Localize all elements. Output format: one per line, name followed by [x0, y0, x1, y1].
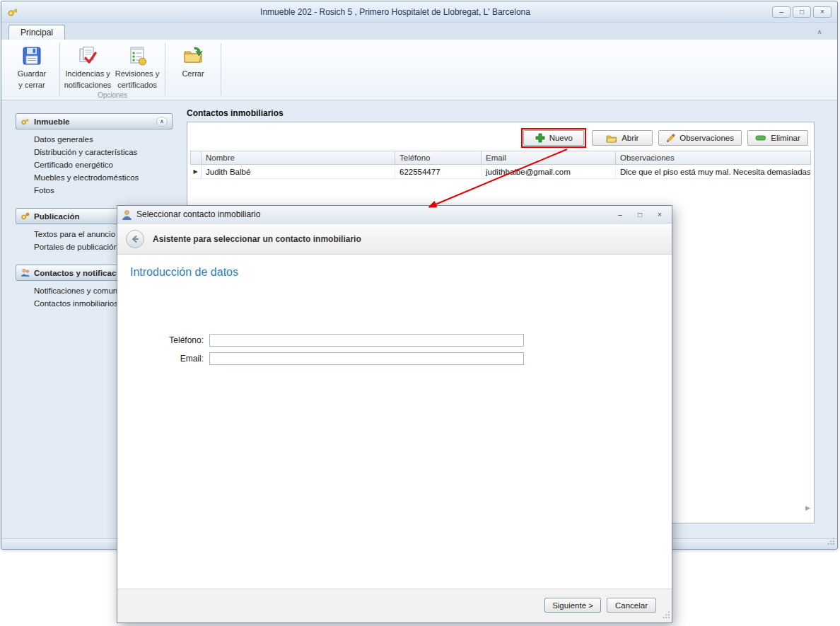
page-title: Contactos inmobiliarios	[187, 108, 284, 118]
sidebar-section-title: Inmueble	[34, 117, 152, 126]
sidebar-item-muebles[interactable]: Muebles y electrodomésticos	[34, 173, 173, 182]
wizard-step-heading: Introducción de datos	[130, 266, 238, 279]
contacts-icon	[21, 268, 30, 277]
annotation-highlight-nuevo: Nuevo	[521, 128, 586, 148]
cell-telefono: 622554477	[395, 165, 482, 179]
wizard-header: Asistente para seleccionar un contacto i…	[117, 224, 672, 255]
save-icon	[21, 45, 43, 67]
dialog-resize-grip-icon[interactable]	[662, 610, 670, 621]
close-folder-icon	[182, 45, 204, 67]
form-row-email: Email:	[117, 352, 524, 365]
incidents-label-2: notificaciones	[64, 81, 112, 90]
close-window-button[interactable]: Cerrar	[168, 42, 218, 82]
dialog-title: Seleccionar contacto inmobiliario	[136, 209, 608, 219]
wizard-header-text: Asistente para seleccionar un contacto i…	[153, 234, 361, 244]
keys-icon	[21, 211, 30, 221]
key-icon	[21, 117, 30, 126]
ribbon-group-save: Guardar y cerrar	[7, 42, 57, 98]
telefono-label: Teléfono:	[117, 335, 209, 345]
window-controls: – □ ×	[772, 6, 832, 18]
sidebar-items-inmueble: Datos generales Distribución y caracterí…	[16, 129, 173, 205]
minimize-button[interactable]: –	[772, 6, 791, 18]
close-button[interactable]: ×	[813, 6, 832, 18]
table-header-indicator	[190, 151, 202, 165]
save-close-label-2: y cerrar	[18, 81, 45, 90]
delete-button-label: Eliminar	[771, 134, 800, 142]
sidebar-item-datos-generales[interactable]: Datos generales	[34, 135, 173, 144]
ribbon: Guardar y cerrar Incidencias y	[1, 40, 837, 100]
ribbon-separator	[221, 43, 221, 95]
ribbon-group-opciones: Incidencias y notificaciones Revisiones …	[63, 42, 162, 98]
contacts-table: Nombre Teléfono Email Observaciones ▶ Ju…	[190, 151, 811, 179]
resize-grip-icon[interactable]	[827, 537, 835, 547]
minus-icon	[755, 134, 766, 141]
email-input[interactable]	[209, 352, 524, 365]
new-contact-button[interactable]: Nuevo	[523, 130, 584, 146]
key-icon	[7, 6, 18, 18]
pencil-icon	[666, 134, 675, 143]
open-button-label: Abrir	[622, 134, 638, 142]
next-button[interactable]: Siguiente >	[544, 598, 601, 613]
save-close-button[interactable]: Guardar y cerrar	[7, 42, 57, 91]
ribbon-separator	[165, 43, 165, 95]
ribbon-group-close: Cerrar	[168, 42, 218, 98]
wizard-dialog: Seleccionar contacto inmobiliario – □ × …	[117, 205, 672, 623]
wizard-footer: Siguiente > Cancelar	[117, 589, 672, 622]
dialog-close-button[interactable]: ×	[652, 209, 667, 220]
sidebar-item-fotos[interactable]: Fotos	[34, 186, 173, 195]
incidents-notifications-button[interactable]: Incidencias y notificaciones	[63, 42, 112, 91]
revisions-certificates-button[interactable]: Revisiones y certificados	[112, 42, 162, 91]
incidents-label-1: Incidencias y	[65, 69, 110, 79]
cancel-button[interactable]: Cancelar	[607, 598, 656, 613]
ribbon-group-label-opciones: Opciones	[63, 91, 162, 100]
tab-principal[interactable]: Principal	[8, 25, 65, 40]
cell-nombre: Judith Balbé	[202, 165, 395, 179]
contacts-toolbar: Nuevo Abrir Observaciones	[521, 128, 808, 148]
ribbon-tabrow: Principal ∧	[1, 23, 837, 40]
table-header-observaciones[interactable]: Observaciones	[616, 151, 811, 165]
delete-contact-button[interactable]: Eliminar	[747, 130, 808, 146]
back-button[interactable]	[126, 230, 144, 248]
table-header-row: Nombre Teléfono Email Observaciones	[190, 151, 811, 165]
observations-button-label: Observaciones	[679, 134, 734, 142]
window-title: Inmueble 202 - Rosich 5 , Primero Hospit…	[23, 7, 768, 17]
dialog-maximize-button[interactable]: □	[632, 209, 648, 220]
table-header-email[interactable]: Email	[482, 151, 616, 165]
table-row[interactable]: ▶ Judith Balbé 622554477 judithbalbe@gma…	[190, 165, 811, 179]
ribbon-collapse-button[interactable]: ∧	[812, 26, 827, 37]
row-indicator-icon: ▶	[190, 165, 202, 179]
close-label-1: Cerrar	[182, 69, 204, 79]
form-row-telefono: Teléfono:	[117, 334, 524, 347]
open-folder-icon	[606, 134, 617, 143]
sidebar-section-inmueble[interactable]: Inmueble ∧	[16, 113, 173, 129]
dialog-titlebar: Seleccionar contacto inmobiliario – □ ×	[117, 206, 672, 224]
save-close-label-1: Guardar	[18, 69, 46, 79]
sidebar-item-distribucion[interactable]: Distribución y características	[34, 148, 173, 157]
titlebar: Inmueble 202 - Rosich 5 , Primero Hospit…	[1, 1, 837, 23]
ribbon-separator	[59, 43, 60, 95]
wizard-body: Introducción de datos Teléfono: Email:	[117, 255, 672, 589]
table-header-telefono[interactable]: Teléfono	[395, 151, 482, 165]
table-header-nombre[interactable]: Nombre	[202, 151, 395, 165]
telefono-input[interactable]	[209, 334, 524, 347]
open-contact-button[interactable]: Abrir	[592, 130, 653, 146]
incidents-icon	[76, 45, 99, 67]
revisions-label-2: certificados	[117, 81, 157, 90]
contact-person-icon	[122, 209, 132, 220]
screenshot-stage: Inmueble 202 - Rosich 5 , Primero Hospit…	[0, 0, 840, 626]
ribbon-group-label-empty	[168, 88, 218, 98]
maximize-button[interactable]: □	[793, 6, 811, 18]
back-arrow-icon	[131, 235, 139, 243]
cell-email: judithbalbe@gmail.com	[482, 165, 616, 179]
dialog-minimize-button[interactable]: –	[612, 209, 628, 220]
new-button-label: Nuevo	[549, 134, 573, 142]
revisions-label-1: Revisiones y	[115, 69, 159, 79]
plus-icon	[535, 133, 545, 143]
chevron-up-icon[interactable]: ∧	[156, 117, 168, 127]
scroll-right-icon[interactable]: ▶	[805, 504, 810, 511]
sidebar-item-certificado[interactable]: Certificado energético	[34, 161, 173, 170]
observations-button[interactable]: Observaciones	[658, 130, 742, 146]
ribbon-group-label-empty	[7, 91, 57, 98]
email-label: Email:	[117, 354, 209, 364]
cell-observaciones: Dice que el piso está muy mal. Necesita …	[616, 165, 811, 179]
